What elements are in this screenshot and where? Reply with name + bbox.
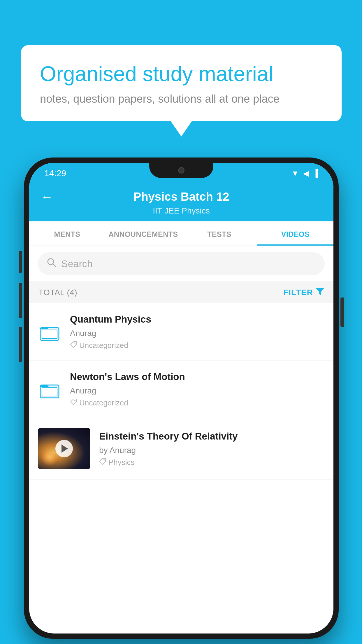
status-icons: ▼ ◀ ▐	[291, 169, 318, 178]
camera	[178, 167, 184, 174]
tag-icon	[99, 458, 106, 467]
svg-point-5	[74, 342, 75, 344]
speech-bubble: Organised study material notes, question…	[21, 45, 342, 121]
tag-label: Physics	[108, 458, 135, 467]
video-info: Quantum Physics Anurag Uncategorized	[70, 313, 325, 350]
signal-icon: ◀	[303, 169, 309, 178]
notch	[149, 163, 213, 178]
phone-outer: 14:29 ▼ ◀ ▐ ← Physics Batch 12 IIT JEE P…	[24, 158, 339, 639]
total-count: TOTAL (4)	[38, 288, 77, 297]
play-icon	[61, 444, 68, 453]
volume-down-button	[19, 283, 22, 318]
tag-icon	[70, 341, 77, 350]
app-header: ← Physics Batch 12 IIT JEE Physics	[29, 184, 333, 221]
search-placeholder: Search	[61, 258, 93, 270]
battery-icon: ▐	[313, 169, 318, 178]
list-item[interactable]: Newton's Laws of Motion Anurag Uncategor…	[29, 360, 333, 418]
list-item[interactable]: Einstein's Theory Of Relativity by Anura…	[29, 418, 333, 480]
tab-ments[interactable]: MENTS	[29, 221, 105, 246]
volume-up-button	[19, 251, 22, 273]
video-thumbnail	[38, 428, 90, 469]
video-info: Newton's Laws of Motion Anurag Uncategor…	[70, 371, 325, 407]
filter-label: FILTER	[283, 288, 313, 297]
video-author: Anurag	[70, 329, 325, 338]
video-tag: Uncategorized	[70, 398, 325, 407]
tab-videos[interactable]: VIDEOS	[257, 221, 333, 246]
tab-announcements[interactable]: ANNOUNCEMENTS	[105, 221, 181, 246]
status-time: 14:29	[44, 168, 66, 178]
video-info: Einstein's Theory Of Relativity by Anura…	[99, 430, 325, 467]
power-button	[340, 298, 344, 327]
tab-tests[interactable]: TESTS	[181, 221, 257, 246]
silent-button	[19, 327, 22, 362]
header-subtitle: IIT JEE Physics	[153, 206, 210, 216]
svg-rect-4	[42, 330, 57, 339]
bubble-subtitle: notes, question papers, solutions all at…	[40, 93, 323, 105]
tag-label: Uncategorized	[79, 341, 128, 350]
video-tag: Physics	[99, 458, 325, 467]
tag-icon	[70, 398, 77, 407]
filter-row: TOTAL (4) FILTER	[29, 282, 333, 303]
phone-screen: 14:29 ▼ ◀ ▐ ← Physics Batch 12 IIT JEE P…	[29, 163, 333, 634]
video-author: Anurag	[70, 386, 325, 396]
video-tag: Uncategorized	[70, 341, 325, 350]
svg-point-8	[74, 400, 75, 401]
video-title: Quantum Physics	[70, 313, 325, 326]
wifi-icon: ▼	[291, 169, 299, 178]
video-author: by Anurag	[99, 446, 325, 455]
tabs: MENTS ANNOUNCEMENTS TESTS VIDEOS	[29, 221, 333, 246]
filter-icon	[316, 288, 324, 297]
phone-wrapper: 14:29 ▼ ◀ ▐ ← Physics Batch 12 IIT JEE P…	[24, 158, 339, 639]
back-button[interactable]: ←	[41, 190, 53, 204]
folder-icon	[38, 321, 61, 342]
header-title: Physics Batch 12	[133, 190, 229, 203]
header-top: ← Physics Batch 12	[41, 190, 322, 203]
svg-line-1	[53, 264, 56, 267]
svg-marker-2	[316, 288, 324, 295]
video-title: Newton's Laws of Motion	[70, 371, 325, 383]
tag-label: Uncategorized	[79, 398, 128, 407]
list-item[interactable]: Quantum Physics Anurag Uncategorized	[29, 303, 333, 360]
svg-point-9	[103, 459, 105, 461]
search-icon	[47, 258, 57, 270]
bubble-title: Organised study material	[40, 61, 323, 86]
speech-bubble-container: Organised study material notes, question…	[21, 45, 342, 121]
folder-icon	[38, 379, 61, 400]
search-input-wrap[interactable]: Search	[38, 252, 325, 275]
filter-button[interactable]: FILTER	[283, 288, 324, 297]
video-title: Einstein's Theory Of Relativity	[99, 430, 325, 443]
search-bar: Search	[29, 246, 333, 282]
svg-rect-7	[42, 387, 57, 396]
video-list: Quantum Physics Anurag Uncategorized	[29, 303, 333, 480]
status-bar: 14:29 ▼ ◀ ▐	[29, 163, 333, 184]
play-button[interactable]	[55, 440, 73, 457]
